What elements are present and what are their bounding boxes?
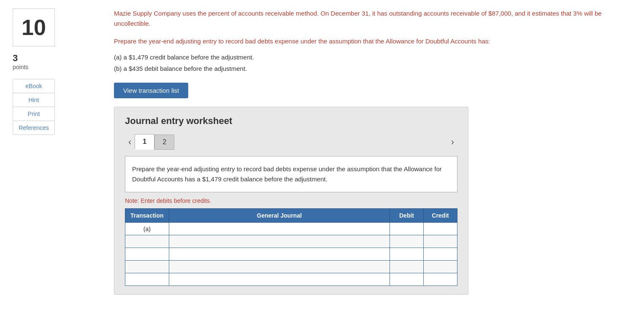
cell-credit-4[interactable] bbox=[424, 261, 457, 273]
cell-general-4[interactable] bbox=[169, 261, 390, 273]
cell-general-2[interactable] bbox=[169, 235, 390, 248]
input-credit-4[interactable] bbox=[427, 264, 454, 270]
input-debit-4[interactable] bbox=[393, 264, 420, 270]
journal-table: Transaction General Journal Debit Credit… bbox=[125, 208, 457, 286]
input-credit-5[interactable] bbox=[427, 276, 454, 283]
sidebar-link-hint[interactable]: Hint bbox=[13, 93, 54, 107]
tab-prev-arrow[interactable]: ‹ bbox=[125, 135, 135, 150]
input-general-2[interactable] bbox=[173, 238, 386, 245]
question-number-box: 10 bbox=[13, 8, 55, 46]
cell-transaction-3 bbox=[125, 248, 169, 261]
tab-content-text: Prepare the year-end adjusting entry to … bbox=[132, 165, 442, 183]
question-main-text: Mazie Supply Company uses the percent of… bbox=[114, 8, 631, 29]
input-general-4[interactable] bbox=[173, 264, 386, 270]
input-credit-1[interactable] bbox=[427, 226, 454, 232]
sidebar-link-references[interactable]: References bbox=[13, 121, 54, 135]
tab-next-arrow[interactable]: › bbox=[448, 135, 457, 150]
main-content: Mazie Supply Company uses the percent of… bbox=[110, 8, 631, 295]
view-transaction-button[interactable]: View transaction list bbox=[114, 83, 188, 98]
cell-debit-5[interactable] bbox=[390, 273, 424, 286]
table-row: (a) bbox=[125, 223, 457, 235]
table-row bbox=[125, 261, 457, 273]
input-general-1[interactable] bbox=[173, 226, 386, 232]
col-header-transaction: Transaction bbox=[125, 209, 169, 223]
cell-transaction-1: (a) bbox=[125, 223, 169, 235]
cell-general-3[interactable] bbox=[169, 248, 390, 261]
cell-credit-2[interactable] bbox=[424, 235, 457, 248]
input-general-3[interactable] bbox=[173, 251, 386, 258]
worksheet-container: Journal entry worksheet ‹ 1 2 › Prepare … bbox=[114, 107, 468, 295]
note-text: Note: Enter debits before credits. bbox=[125, 197, 457, 204]
tab-content-description: Prepare the year-end adjusting entry to … bbox=[125, 156, 457, 192]
tab-1[interactable]: 1 bbox=[135, 134, 154, 150]
input-debit-1[interactable] bbox=[393, 226, 420, 232]
input-credit-3[interactable] bbox=[427, 251, 454, 258]
cell-credit-3[interactable] bbox=[424, 248, 457, 261]
sub-items: (a) a $1,479 credit balance before the a… bbox=[114, 51, 631, 74]
sidebar-links: eBook Hint Print References bbox=[13, 79, 55, 135]
points-label: points bbox=[13, 64, 101, 70]
instruction-text: Prepare the year-end adjusting entry to … bbox=[114, 36, 631, 46]
cell-credit-1[interactable] bbox=[424, 223, 457, 235]
left-panel: 10 3 points eBook Hint Print References bbox=[13, 8, 110, 295]
col-header-general: General Journal bbox=[169, 209, 390, 223]
tabs-nav: ‹ 1 2 › bbox=[125, 134, 457, 150]
worksheet-title: Journal entry worksheet bbox=[125, 116, 457, 127]
sub-item-a: (a) a $1,479 credit balance before the a… bbox=[114, 51, 631, 63]
col-header-debit: Debit bbox=[390, 209, 424, 223]
cell-transaction-2 bbox=[125, 235, 169, 248]
question-number: 10 bbox=[22, 15, 46, 40]
question-text-span: Mazie Supply Company uses the percent of… bbox=[114, 10, 602, 27]
sidebar-link-ebook[interactable]: eBook bbox=[13, 79, 54, 93]
cell-debit-1[interactable] bbox=[390, 223, 424, 235]
cell-general-1[interactable] bbox=[169, 223, 390, 235]
cell-general-5[interactable] bbox=[169, 273, 390, 286]
input-debit-5[interactable] bbox=[393, 276, 420, 283]
cell-transaction-5 bbox=[125, 273, 169, 286]
table-row bbox=[125, 248, 457, 261]
tab-2[interactable]: 2 bbox=[154, 135, 174, 150]
cell-debit-4[interactable] bbox=[390, 261, 424, 273]
instruction-span: Prepare the year-end adjusting entry to … bbox=[114, 38, 490, 45]
points-value: 3 bbox=[13, 53, 101, 64]
sidebar-link-print[interactable]: Print bbox=[13, 107, 54, 121]
table-row bbox=[125, 235, 457, 248]
cell-debit-3[interactable] bbox=[390, 248, 424, 261]
cell-credit-5[interactable] bbox=[424, 273, 457, 286]
sub-item-b: (b) a $435 debit balance before the adju… bbox=[114, 63, 631, 74]
input-general-5[interactable] bbox=[173, 276, 386, 283]
input-debit-3[interactable] bbox=[393, 251, 420, 258]
cell-transaction-4 bbox=[125, 261, 169, 273]
input-credit-2[interactable] bbox=[427, 238, 454, 245]
table-row bbox=[125, 273, 457, 286]
cell-debit-2[interactable] bbox=[390, 235, 424, 248]
col-header-credit: Credit bbox=[424, 209, 457, 223]
input-debit-2[interactable] bbox=[393, 238, 420, 245]
